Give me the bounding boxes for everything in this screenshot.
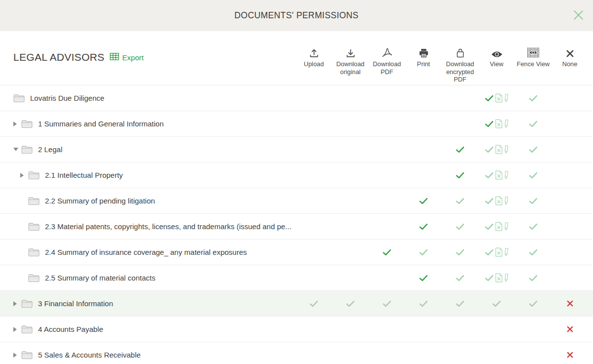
permission-cell-none[interactable]	[551, 342, 588, 364]
permission-cell-download_encrypted_pdf[interactable]	[442, 240, 478, 265]
permission-cell-fence_view[interactable]	[515, 111, 551, 137]
permission-cell-download_original[interactable]	[332, 111, 369, 137]
column-header-upload[interactable]: Upload	[296, 45, 332, 85]
permission-cell-download_encrypted_pdf[interactable]	[442, 111, 478, 137]
permission-cell-print[interactable]	[405, 214, 442, 240]
permission-cell-upload[interactable]	[296, 240, 332, 265]
permission-cell-download_encrypted_pdf[interactable]	[442, 317, 478, 342]
permission-cell-download_pdf[interactable]	[369, 265, 405, 291]
permission-cell-view[interactable]	[478, 111, 515, 137]
column-header-download_pdf[interactable]: Download PDF	[369, 45, 405, 85]
permission-cell-print[interactable]	[405, 111, 442, 137]
permission-cell-fence_view[interactable]	[515, 137, 551, 162]
permission-cell-upload[interactable]	[296, 317, 332, 342]
column-header-print[interactable]: Print	[405, 45, 442, 85]
permission-cell-download_pdf[interactable]	[369, 85, 405, 111]
permission-cell-none[interactable]	[551, 214, 588, 240]
expander-icon[interactable]	[20, 173, 28, 178]
permission-cell-none[interactable]	[551, 137, 588, 162]
permission-cell-print[interactable]	[405, 317, 442, 342]
expander-icon[interactable]	[13, 327, 21, 332]
permission-cell-view[interactable]	[478, 317, 515, 342]
permission-cell-download_pdf[interactable]	[369, 162, 405, 188]
permission-cell-view[interactable]	[478, 265, 515, 291]
permission-cell-fence_view[interactable]	[515, 85, 551, 111]
permission-cell-download_pdf[interactable]	[369, 317, 405, 342]
column-header-download_encrypted_pdf[interactable]: Download encrypted PDF	[442, 45, 478, 85]
permission-cell-download_original[interactable]	[332, 137, 369, 162]
permission-cell-download_pdf[interactable]	[369, 291, 405, 317]
permission-cell-download_pdf[interactable]	[369, 214, 405, 240]
permission-cell-download_pdf[interactable]	[369, 137, 405, 162]
permission-cell-upload[interactable]	[296, 188, 332, 214]
expander-icon[interactable]	[13, 148, 21, 151]
permission-cell-fence_view[interactable]	[515, 240, 551, 265]
permission-cell-download_encrypted_pdf[interactable]	[442, 85, 478, 111]
expander-icon[interactable]	[13, 353, 21, 358]
permission-cell-view[interactable]	[478, 85, 515, 111]
permission-cell-fence_view[interactable]	[515, 291, 551, 317]
export-button[interactable]: Export	[110, 53, 143, 62]
permission-cell-view[interactable]	[478, 188, 515, 214]
permission-cell-fence_view[interactable]	[515, 317, 551, 342]
permission-cell-download_encrypted_pdf[interactable]	[442, 137, 478, 162]
permission-cell-none[interactable]	[551, 188, 588, 214]
permission-cell-download_encrypted_pdf[interactable]	[442, 188, 478, 214]
permission-cell-download_pdf[interactable]	[369, 342, 405, 364]
permission-cell-download_encrypted_pdf[interactable]	[442, 214, 478, 240]
permission-cell-print[interactable]	[405, 342, 442, 364]
permission-cell-print[interactable]	[405, 240, 442, 265]
permission-cell-download_pdf[interactable]	[369, 188, 405, 214]
permission-cell-view[interactable]	[478, 342, 515, 364]
permission-cell-fence_view[interactable]	[515, 214, 551, 240]
permission-cell-upload[interactable]	[296, 342, 332, 364]
permission-cell-view[interactable]	[478, 162, 515, 188]
permission-cell-none[interactable]	[551, 85, 588, 111]
permission-cell-download_original[interactable]	[332, 265, 369, 291]
permission-cell-download_encrypted_pdf[interactable]	[442, 342, 478, 364]
permission-cell-download_encrypted_pdf[interactable]	[442, 291, 478, 317]
column-header-none[interactable]: None	[551, 45, 588, 85]
permission-cell-print[interactable]	[405, 162, 442, 188]
permission-cell-none[interactable]	[551, 265, 588, 291]
permission-cell-upload[interactable]	[296, 214, 332, 240]
permission-cell-fence_view[interactable]	[515, 162, 551, 188]
permission-cell-download_original[interactable]	[332, 291, 369, 317]
permission-cell-none[interactable]	[551, 317, 588, 342]
permission-cell-download_encrypted_pdf[interactable]	[442, 162, 478, 188]
permission-cell-print[interactable]	[405, 291, 442, 317]
permission-cell-upload[interactable]	[296, 291, 332, 317]
permission-cell-print[interactable]	[405, 188, 442, 214]
permission-cell-download_original[interactable]	[332, 317, 369, 342]
permission-cell-upload[interactable]	[296, 111, 332, 137]
column-header-fence_view[interactable]: Fence View	[515, 45, 551, 85]
permission-cell-download_original[interactable]	[332, 188, 369, 214]
permission-cell-none[interactable]	[551, 162, 588, 188]
expander-icon[interactable]	[13, 301, 21, 306]
permission-cell-download_encrypted_pdf[interactable]	[442, 265, 478, 291]
permission-cell-none[interactable]	[551, 240, 588, 265]
column-header-download_original[interactable]: Download original	[332, 45, 369, 85]
permission-cell-download_original[interactable]	[332, 162, 369, 188]
permission-cell-download_original[interactable]	[332, 342, 369, 364]
permission-cell-download_original[interactable]	[332, 240, 369, 265]
permission-cell-view[interactable]	[478, 291, 515, 317]
permission-cell-fence_view[interactable]	[515, 188, 551, 214]
permission-cell-fence_view[interactable]	[515, 265, 551, 291]
permission-cell-none[interactable]	[551, 291, 588, 317]
permission-cell-download_original[interactable]	[332, 85, 369, 111]
permission-cell-download_pdf[interactable]	[369, 240, 405, 265]
permission-cell-download_pdf[interactable]	[369, 111, 405, 137]
permission-cell-print[interactable]	[405, 265, 442, 291]
permission-cell-upload[interactable]	[296, 162, 332, 188]
permission-cell-upload[interactable]	[296, 265, 332, 291]
close-button[interactable]	[570, 8, 586, 24]
permission-cell-print[interactable]	[405, 85, 442, 111]
permission-cell-upload[interactable]	[296, 137, 332, 162]
permission-cell-print[interactable]	[405, 137, 442, 162]
column-header-view[interactable]: View	[478, 45, 515, 85]
permission-cell-view[interactable]	[478, 240, 515, 265]
permission-cell-view[interactable]	[478, 214, 515, 240]
permission-cell-fence_view[interactable]	[515, 342, 551, 364]
permission-cell-download_original[interactable]	[332, 214, 369, 240]
